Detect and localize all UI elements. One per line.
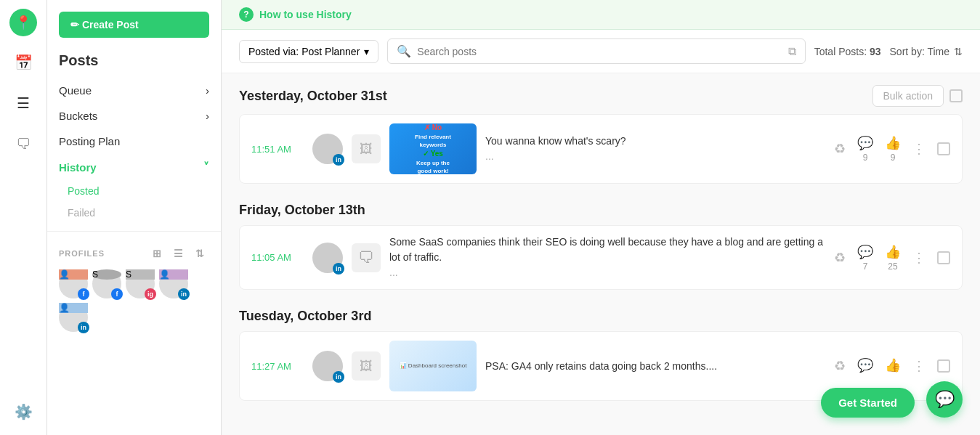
nav-compose[interactable]: 🗨 <box>9 129 38 158</box>
post-comments-stat: 💬 9 <box>857 135 873 163</box>
post-image-preview: ✗ No Find relevant keywords ✓ Yes Keep u… <box>389 123 477 174</box>
post-select-checkbox[interactable] <box>937 359 950 373</box>
info-icon: ? <box>239 7 254 22</box>
select-all-checkbox[interactable] <box>949 89 963 102</box>
comment-icon[interactable]: 💬 <box>857 244 873 260</box>
sidebar-item-history[interactable]: History ˅ <box>47 154 221 180</box>
sort-button[interactable]: Sort by: Time ⇅ <box>890 46 963 57</box>
profile-avatar[interactable]: S ig <box>126 269 155 298</box>
linkedin-badge: in <box>333 371 344 383</box>
main-content: ? How to use History Posted via: Post Pl… <box>222 0 980 435</box>
how-to-use-history-link[interactable]: How to use History <box>259 9 352 20</box>
nav-calendar[interactable]: 📅 <box>9 48 38 77</box>
facebook-badge: f <box>78 288 89 300</box>
sidebar-section-title: Posts <box>47 52 221 78</box>
sidebar-item-queue[interactable]: Queue › <box>47 78 221 103</box>
nav-posts[interactable]: ☰ <box>9 89 38 118</box>
search-input[interactable] <box>417 46 782 57</box>
linkedin-badge: in <box>78 322 89 333</box>
post-text: Some SaaS companies think their SEO is d… <box>389 235 825 280</box>
search-icon: 🔍 <box>397 44 411 58</box>
post-comments-stat: 💬 <box>857 357 873 375</box>
post-more-icon[interactable]: ⋮ <box>912 358 926 374</box>
profiles-grid: 👤 f S f S ig 👤 in 👤 in <box>59 269 209 332</box>
nav-settings[interactable]: ⚙️ <box>9 397 38 426</box>
linkedin-badge: in <box>178 288 190 300</box>
like-icon[interactable]: 👍 <box>885 357 901 373</box>
post-actions: ♻ 💬 7 👍 25 ⋮ <box>834 244 950 272</box>
chevron-down-icon: ▾ <box>364 46 369 57</box>
chevron-down-icon: ˅ <box>203 160 209 174</box>
post-media-icon: 🖼 <box>352 134 381 163</box>
profiles-section: PROFILES ⊞ ☰ ⇅ 👤 f S f S ig 👤 <box>47 239 221 338</box>
sidebar-sub-item-failed[interactable]: Failed <box>47 202 221 224</box>
comment-icon[interactable]: 💬 <box>857 357 873 373</box>
post-avatar: in <box>312 243 343 273</box>
sidebar-item-buckets[interactable]: Buckets › <box>47 103 221 129</box>
icon-bar: 📍 📅 ☰ 🗨 ⚙️ <box>0 0 47 435</box>
facebook-badge: f <box>111 288 123 300</box>
sidebar: ✏ Create Post Posts Queue › Buckets › Po… <box>47 0 222 435</box>
profile-avatar[interactable]: 👤 in <box>59 303 88 332</box>
posts-list: Yesterday, October 31st Bulk action 11:5… <box>222 73 980 435</box>
recycle-icon[interactable]: ♻ <box>834 250 846 266</box>
post-text: PSA: GA4 only retains data going back 2 … <box>485 359 825 374</box>
like-icon[interactable]: 👍 <box>885 244 901 260</box>
post-comments-stat: 💬 7 <box>857 244 873 272</box>
linkedin-badge: in <box>333 263 344 275</box>
date-group-oct3: Tuesday, October 3rd <box>239 297 963 331</box>
info-banner: ? How to use History <box>222 0 980 30</box>
chat-icon: 💬 <box>935 390 955 409</box>
bulk-action-button[interactable]: Bulk action <box>872 85 944 107</box>
filter-icon[interactable]: ⧉ <box>788 45 796 58</box>
get-started-button[interactable]: Get Started <box>821 388 915 418</box>
post-media-icon: 🖼 <box>352 351 381 381</box>
post-time: 11:51 AM <box>251 144 304 155</box>
create-post-button[interactable]: ✏ Create Post <box>59 12 209 38</box>
chevron-right-icon: › <box>206 110 209 122</box>
post-more-icon[interactable]: ⋮ <box>912 141 926 157</box>
post-select-checkbox[interactable] <box>937 251 950 264</box>
post-time: 11:27 AM <box>251 361 304 372</box>
toolbar: Posted via: Post Planner ▾ 🔍 ⧉ Total Pos… <box>222 30 980 73</box>
post-select-checkbox[interactable] <box>937 142 950 155</box>
post-image-preview: 📊 Dashboard screenshot <box>389 341 477 391</box>
post-more-icon[interactable]: ⋮ <box>912 250 926 266</box>
post-card: 11:05 AM in 🗨 Some SaaS companies think … <box>239 225 963 290</box>
chevron-right-icon: › <box>206 84 209 97</box>
date-group-oct31: Yesterday, October 31st Bulk action <box>239 73 963 114</box>
linkedin-badge: in <box>333 154 344 166</box>
post-media-icon: 🗨 <box>352 243 381 272</box>
profiles-grid-view-btn[interactable]: ⊞ <box>148 245 166 262</box>
profiles-sort-btn[interactable]: ⇅ <box>191 245 209 262</box>
post-avatar: in <box>312 351 343 381</box>
post-likes-stat: 👍 <box>885 357 901 375</box>
profiles-list-view-btn[interactable]: ☰ <box>169 245 188 262</box>
post-actions: ♻ 💬 9 👍 9 ⋮ <box>834 135 950 163</box>
post-text: You wanna know what's scary? ... <box>485 134 825 164</box>
profile-avatar[interactable]: 👤 f <box>59 269 88 298</box>
post-card: 11:51 AM in 🖼 ✗ No Find relevant keyword… <box>239 114 963 184</box>
sidebar-item-posting-plan[interactable]: Posting Plan <box>47 129 221 154</box>
post-likes-stat: 👍 9 <box>885 135 901 163</box>
post-avatar: in <box>312 134 343 164</box>
search-box: 🔍 ⧉ <box>387 38 805 64</box>
posted-via-filter-button[interactable]: Posted via: Post Planner ▾ <box>239 40 378 63</box>
profile-avatar[interactable]: 👤 in <box>159 269 188 298</box>
recycle-icon[interactable]: ♻ <box>834 358 846 374</box>
post-actions: ♻ 💬 👍 ⋮ <box>834 357 950 375</box>
profile-avatar[interactable]: S f <box>92 269 121 298</box>
recycle-icon[interactable]: ♻ <box>834 141 846 157</box>
date-header: Yesterday, October 31st <box>239 89 387 104</box>
instagram-badge: ig <box>145 288 156 300</box>
profiles-label: PROFILES <box>59 249 105 258</box>
post-time: 11:05 AM <box>251 252 304 263</box>
sidebar-sub-item-posted[interactable]: Posted <box>47 180 221 202</box>
sort-icon: ⇅ <box>954 46 963 57</box>
like-icon[interactable]: 👍 <box>885 135 901 151</box>
total-posts-label: Total Posts: 93 <box>814 46 881 57</box>
app-logo[interactable]: 📍 <box>9 9 37 36</box>
comment-icon[interactable]: 💬 <box>857 135 873 151</box>
date-header: Tuesday, October 3rd <box>239 309 371 324</box>
chat-button[interactable]: 💬 <box>926 381 963 418</box>
